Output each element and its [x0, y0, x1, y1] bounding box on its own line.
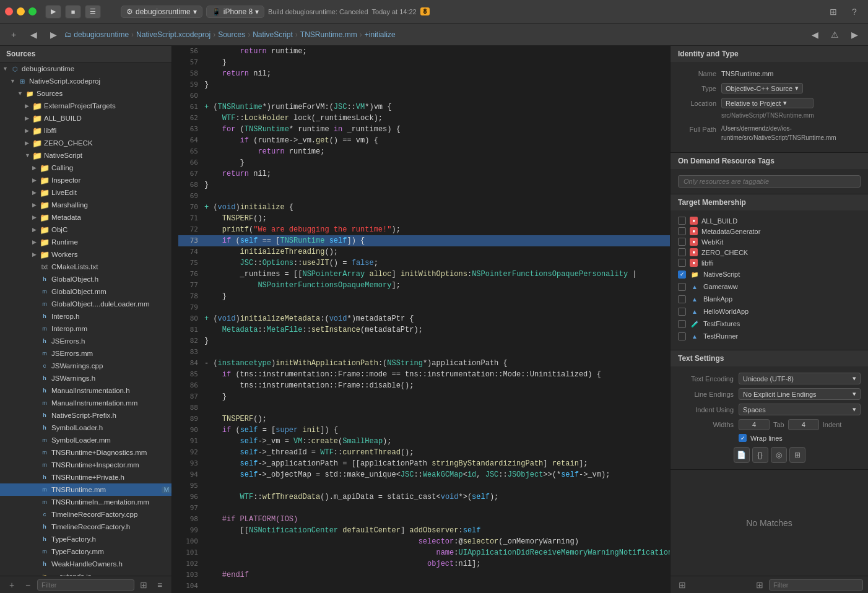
sidebar-item-tnsruntimein-mm[interactable]: ▶ m TNSRuntimeIn...mentation.mm: [0, 496, 171, 508]
sidebar-item-tnsruntime-diagnostics[interactable]: ▶ m TNSRuntime+Diagnostics.mm: [0, 446, 171, 459]
nav-next-issue[interactable]: ▶: [846, 27, 863, 42]
inspector-toggle[interactable]: ⊞: [825, 4, 842, 19]
sidebar-item-globalobject-mm[interactable]: ▶ m GlobalObject.mm: [0, 285, 171, 298]
sidebar-item-tnsruntime-private-h[interactable]: ▶ h TNSRuntime+Private.h: [0, 471, 171, 483]
breadcrumb-method[interactable]: +initialize: [365, 30, 396, 39]
sidebar-item-manualinstr-mm[interactable]: ▶ m ManualInstrumentation.mm: [0, 397, 171, 409]
sidebar-item-cmakelists[interactable]: ▶ txt CMakeLists.txt: [0, 261, 171, 273]
sidebar-item-calling[interactable]: ▶ 📁 Calling: [0, 162, 171, 174]
sidebar-item-external-project[interactable]: ▶ 📁 ExternalProjectTargets: [0, 100, 171, 112]
sidebar-item-zero-check[interactable]: ▶ 📁 ZERO_CHECK: [0, 137, 171, 149]
member-checkbox[interactable]: [678, 259, 686, 267]
sidebar-item-ns-prefix-h[interactable]: ▶ h NativeScript-Prefix.h: [0, 409, 171, 422]
member-checkbox[interactable]: [678, 320, 686, 328]
sidebar-item-jswarnings-h[interactable]: ▶ h JSWarnings.h: [0, 372, 171, 384]
location-dropdown[interactable]: Relative to Project ▾: [721, 98, 814, 108]
sidebar-item-runtime[interactable]: ▶ 📁 Runtime: [0, 236, 171, 248]
sidebar-item-typefactory-mm[interactable]: ▶ m TypeFactory.mm: [0, 545, 171, 558]
member-checkbox[interactable]: [678, 217, 686, 225]
grid-view-btn[interactable]: ⊞: [675, 579, 689, 591]
breadcrumb-nativescript[interactable]: NativeScript: [253, 30, 293, 39]
sidebar-item-libffi[interactable]: ▶ 📁 libffi: [0, 124, 171, 137]
warning-badge[interactable]: 8: [420, 7, 430, 15]
sidebar-item-extends-js[interactable]: ▶ js __extends.js: [0, 570, 171, 576]
wrap-lines-checkbox[interactable]: Wrap lines: [739, 434, 783, 442]
tag-input[interactable]: [678, 175, 861, 188]
remove-file-button[interactable]: −: [21, 579, 35, 591]
breadcrumb-project[interactable]: 🗂 debugiosruntime: [64, 30, 129, 39]
stop-button[interactable]: ■: [65, 5, 81, 19]
sidebar-item-timelinerecord-cpp[interactable]: ▶ c TimelineRecordFactory.cpp: [0, 508, 171, 521]
sidebar-item-marshalling[interactable]: ▶ 📁 Marshalling: [0, 199, 171, 211]
member-checkbox[interactable]: [678, 332, 686, 340]
sidebar-item-jserrors-h[interactable]: ▶ h JSErrors.h: [0, 335, 171, 347]
sidebar-item-liveedit[interactable]: ▶ 📁 LiveEdit: [0, 186, 171, 199]
sidebar-item-symbolloader-h[interactable]: ▶ h SymbolLoader.h: [0, 422, 171, 434]
sidebar-item-workers[interactable]: ▶ 📁 Workers: [0, 248, 171, 261]
circle-icon-btn[interactable]: ◎: [771, 447, 787, 463]
sidebar-item-globalobject-duleloader[interactable]: ▶ m GlobalObject....duleLoader.mm: [0, 298, 171, 310]
sidebar-item-objc[interactable]: ▶ 📁 ObjC: [0, 223, 171, 236]
sidebar-item-sources[interactable]: ▼ 📁 Sources: [0, 87, 171, 100]
sidebar-item-typefactory-h[interactable]: ▶ h TypeFactory.h: [0, 533, 171, 545]
warning-icon[interactable]: ⚠: [826, 27, 843, 42]
breadcrumb-sources[interactable]: Sources: [218, 30, 245, 39]
file-icon-btn[interactable]: 📄: [734, 447, 750, 463]
sidebar-item-jswarnings-cpp[interactable]: ▶ c JSWarnings.cpp: [0, 360, 171, 372]
sidebar-item-manualinstr-h[interactable]: ▶ h ManualInstrumentation.h: [0, 384, 171, 397]
filter-input[interactable]: [37, 579, 134, 591]
nav-back[interactable]: ◀: [25, 27, 42, 42]
member-checkbox[interactable]: [678, 295, 686, 303]
sidebar-item-weakhandleowners-h[interactable]: ▶ h WeakHandleOwners.h: [0, 558, 171, 570]
member-checkbox[interactable]: [678, 271, 686, 279]
nav-forward[interactable]: ▶: [45, 27, 62, 42]
curly-icon-btn[interactable]: {}: [752, 447, 768, 463]
sidebar-item-tnsruntime-mm[interactable]: ▶ m TNSRuntime.mm M: [0, 483, 171, 496]
sidebar-item-debugiosruntime[interactable]: ▼ ⬡ debugiosruntime: [0, 63, 171, 75]
grid-icon-btn[interactable]: ⊞: [789, 447, 805, 463]
text-settings-header[interactable]: Text Settings: [671, 350, 868, 366]
fullscreen-button[interactable]: [28, 7, 37, 15]
member-checkbox[interactable]: [678, 227, 686, 235]
member-checkbox[interactable]: [678, 248, 686, 256]
type-dropdown[interactable]: Objective-C++ Source ▾: [721, 83, 803, 93]
member-checkbox[interactable]: [678, 283, 686, 291]
nav-prev-issue[interactable]: ◀: [806, 27, 823, 42]
sidebar-item-metadata[interactable]: ▶ 📁 Metadata: [0, 211, 171, 223]
wrap-cb[interactable]: [739, 434, 747, 442]
sidebar-item-jserrors-mm[interactable]: ▶ m JSErrors.mm: [0, 347, 171, 360]
add-button[interactable]: +: [5, 27, 22, 42]
sidebar-item-all-build[interactable]: ▶ 📁 ALL_BUILD: [0, 112, 171, 124]
breadcrumb-xcodeproj[interactable]: NativeScript.xcodeproj: [136, 30, 210, 39]
sidebar-item-globalobject-h[interactable]: ▶ h GlobalObject.h: [0, 273, 171, 285]
indent-width-input[interactable]: [788, 419, 819, 430]
sidebar-item-symbolloader-mm[interactable]: ▶ m SymbolLoader.mm: [0, 434, 171, 446]
scheme-selector[interactable]: ⚙ debugiosruntime ▾: [121, 6, 202, 18]
add-file-button[interactable]: +: [5, 579, 19, 591]
breadcrumb-file[interactable]: TNSRuntime.mm: [300, 30, 357, 39]
sort-button[interactable]: ≡: [153, 579, 167, 591]
device-selector[interactable]: 📱 iPhone 8 ▾: [206, 6, 264, 18]
target-membership-header[interactable]: Target Membership: [671, 194, 868, 210]
identity-type-header[interactable]: Identity and Type: [671, 46, 868, 62]
sidebar-toggle[interactable]: ☰: [85, 5, 101, 19]
right-panel-filter[interactable]: [769, 579, 863, 591]
line-endings-select[interactable]: No Explicit Line Endings ▾: [739, 388, 861, 400]
sidebar-item-xcodeproj[interactable]: ▼ ⊞ NativeScript.xcodeproj: [0, 75, 171, 87]
indent-using-select[interactable]: Spaces ▾: [739, 404, 861, 415]
code-area[interactable]: 56 return runtime; 57 } 58 return nil; 5…: [172, 46, 670, 593]
sidebar-item-inspector[interactable]: ▶ 📁 Inspector: [0, 174, 171, 186]
run-button[interactable]: ▶: [45, 5, 61, 19]
minimize-button[interactable]: [17, 7, 25, 15]
sidebar-item-interop-h[interactable]: ▶ h Interop.h: [0, 310, 171, 322]
sidebar-item-interop-mm[interactable]: ▶ m Interop.mm: [0, 322, 171, 335]
member-checkbox[interactable]: [678, 308, 686, 316]
tab-width-input[interactable]: [739, 419, 770, 430]
filter-options[interactable]: ⊞: [137, 579, 150, 591]
text-encoding-select[interactable]: Unicode (UTF-8) ▾: [739, 373, 861, 384]
member-checkbox[interactable]: [678, 238, 686, 246]
close-button[interactable]: [5, 7, 13, 15]
help-button[interactable]: ?: [846, 4, 863, 19]
filter-btn[interactable]: ⊞: [753, 579, 766, 591]
sidebar-item-nativescript[interactable]: ▼ 📁 NativeScript: [0, 149, 171, 162]
